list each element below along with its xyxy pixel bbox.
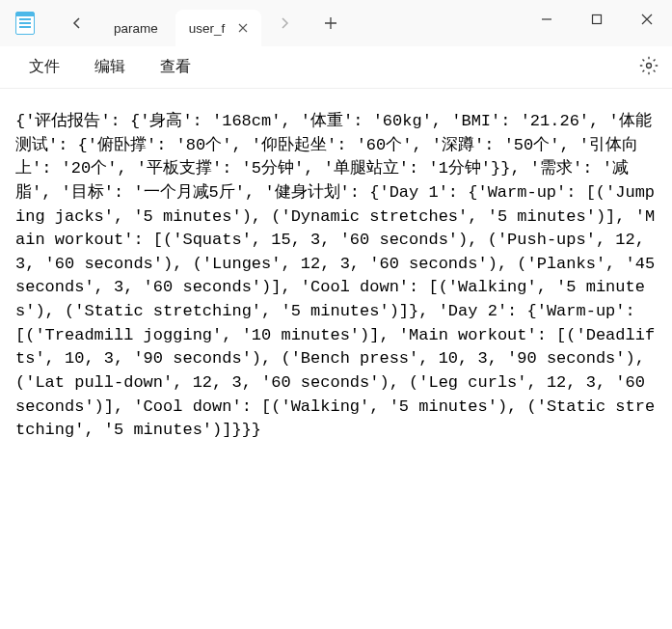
maximize-button[interactable] [572,0,622,39]
editor-content[interactable]: {'评估报告': {'身高': '168cm', '体重': '60kg', '… [0,89,672,629]
tab-user-f[interactable]: user_f [175,10,262,46]
close-tab-icon[interactable] [234,19,252,37]
tab-back-button[interactable] [62,8,93,39]
close-window-button[interactable] [622,0,672,39]
svg-point-1 [647,63,652,68]
svg-rect-0 [593,15,602,24]
tab-forward-button[interactable] [269,8,300,39]
titlebar: parame user_f [0,0,672,46]
new-tab-button[interactable] [315,8,346,39]
menubar: 文件 编辑 查看 [0,46,672,89]
menu-view[interactable]: 查看 [143,49,208,85]
tab-label: user_f [189,21,226,36]
tab-label: parame [114,21,158,36]
notepad-icon [15,12,35,35]
tab-parame[interactable]: parame [100,10,168,46]
menu-file[interactable]: 文件 [12,49,77,85]
gear-icon [639,56,659,75]
menu-edit[interactable]: 编辑 [77,49,143,85]
minimize-button[interactable] [522,0,572,39]
window-controls [522,0,672,39]
tab-strip: parame user_f [62,0,346,46]
settings-button[interactable] [639,56,659,79]
